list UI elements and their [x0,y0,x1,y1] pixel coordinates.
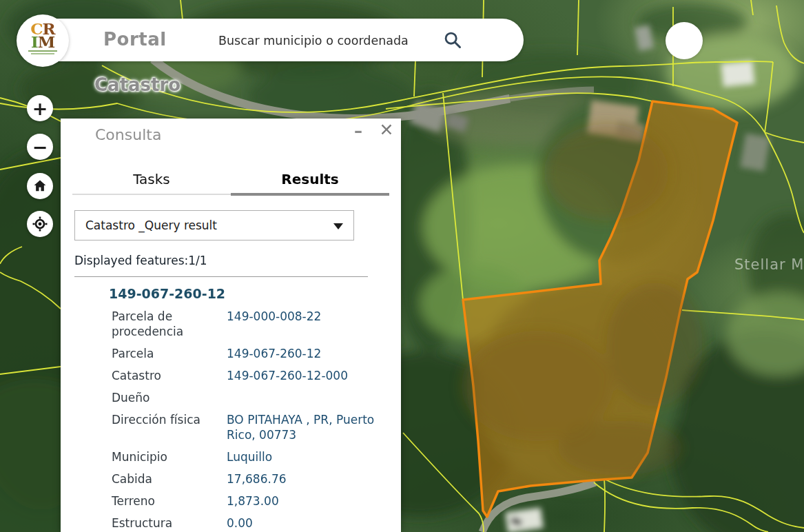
locate-button[interactable] [27,211,53,237]
field-label: Dirección física [112,412,227,442]
active-tab-indicator [231,193,389,196]
field-value: Luquillo [227,449,387,464]
field-label: Dueño [112,390,227,405]
search-icon[interactable] [443,30,462,52]
field-value: 17,686.76 [227,471,387,487]
home-icon [32,178,48,194]
consulta-panel: Consulta – ✕ Tasks Results Catastro _Que… [61,119,401,532]
field-row: Dirección física BO PITAHAYA , PR, Puert… [112,412,387,442]
displayed-features: Displayed features:1/1 [74,254,207,267]
result-id: 149-067-260-12 [109,286,225,301]
zoom-out-button[interactable]: − [27,134,53,160]
result-fields: Parcela de procedencia 149-000-008-22 Pa… [112,309,387,532]
minimize-button[interactable]: – [347,121,369,142]
zoom-in-button[interactable]: + [27,95,53,121]
field-label: Cabida [112,471,227,487]
account-button[interactable] [666,22,703,59]
field-row: Catastro 149-067-260-12-000 [112,368,387,383]
watermark: Stellar MLS [734,256,804,273]
crim-logo[interactable]: CR IM [17,14,69,67]
layer-dropdown-value: Catastro _Query result [85,218,217,232]
locate-icon [32,216,48,232]
field-value [227,390,387,405]
field-value: 149-067-260-12 [227,346,387,361]
divider [74,276,368,277]
field-row: Estructura 0.00 [112,515,387,531]
field-value: 149-000-008-22 [227,309,387,339]
tab-bar: Tasks Results [72,171,389,187]
chevron-down-icon [333,223,343,229]
field-row: Parcela 149-067-260-12 [112,346,387,361]
field-row: Parcela de procedencia 149-000-008-22 [112,309,387,339]
top-bar: Portal [17,19,524,61]
catastro-label: Catastro [94,74,181,95]
field-row: Dueño [112,390,387,405]
field-label: Catastro [112,368,227,383]
field-value: 1,873.00 [227,493,387,509]
portal-label: Portal [103,29,167,50]
field-row: Municipio Luquillo [112,449,387,464]
layer-dropdown[interactable]: Catastro _Query result [74,210,354,241]
panel-title: Consulta [95,126,161,143]
field-value: BO PITAHAYA , PR, Puerto Rico, 00773 [227,412,387,442]
field-row: Cabida 17,686.76 [112,471,387,487]
field-label: Estructura [112,515,227,531]
field-label: Parcela [112,346,227,361]
field-label: Municipio [112,449,227,464]
field-value: 149-067-260-12-000 [227,368,387,383]
field-value: 0.00 [227,515,387,531]
field-label: Parcela de procedencia [112,309,227,339]
tab-results[interactable]: Results [231,171,389,187]
field-row: Terreno 1,873.00 [112,493,387,509]
field-label: Terreno [112,493,227,509]
tab-tasks[interactable]: Tasks [72,171,231,187]
home-button[interactable] [27,173,53,199]
close-button[interactable]: ✕ [375,120,398,143]
search-input[interactable] [217,26,433,55]
app-window: Stellar MLS Portal Catastro CR IM + − [0,0,804,532]
